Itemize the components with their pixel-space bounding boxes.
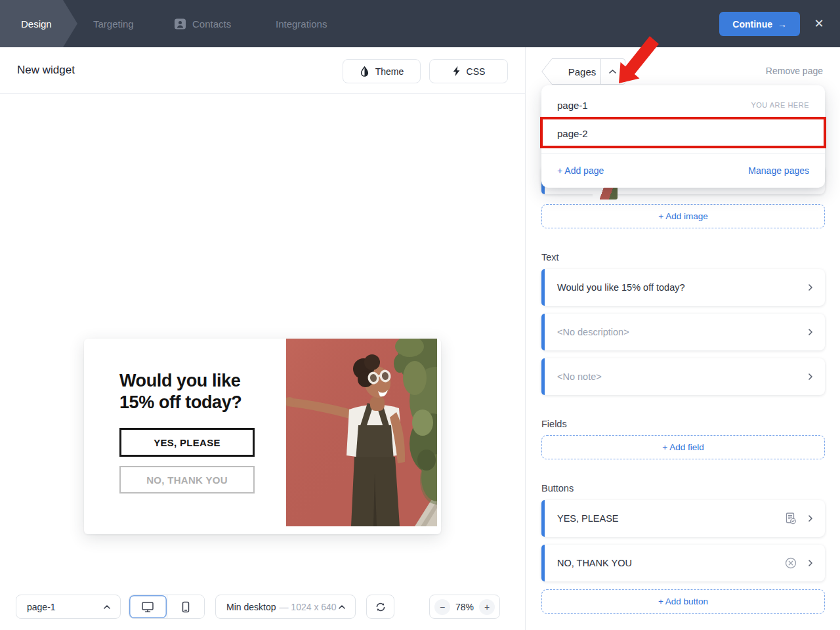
design-header: New widget Theme CSS bbox=[0, 47, 525, 94]
mobile-icon bbox=[182, 601, 190, 613]
card-accent-bar bbox=[541, 545, 545, 581]
page-title: New widget bbox=[17, 64, 75, 77]
tab-design-label: Design bbox=[21, 18, 52, 30]
button-element-value: YES, PLEASE bbox=[557, 513, 619, 524]
chevron-up-icon bbox=[103, 604, 111, 610]
refresh-preview-button[interactable] bbox=[366, 595, 394, 619]
widget-no-button[interactable]: NO, THANK YOU bbox=[119, 466, 255, 494]
add-button-button[interactable]: + Add button bbox=[541, 589, 825, 614]
card-accent-bar bbox=[541, 314, 545, 350]
close-action-icon bbox=[784, 556, 797, 570]
chevron-up-icon bbox=[338, 604, 346, 610]
preview-canvas: Would you like 15% off today? YES, PLEAS… bbox=[0, 94, 525, 630]
submit-form-icon bbox=[784, 512, 797, 525]
dropdown-item-page-2[interactable]: page-2 bbox=[541, 119, 825, 147]
dropdown-item-page-1[interactable]: page-1 YOU ARE HERE bbox=[541, 92, 825, 118]
chevron-right-icon bbox=[808, 373, 813, 381]
widget-heading: Would you like 15% off today? bbox=[119, 370, 260, 413]
add-image-button[interactable]: + Add image bbox=[541, 204, 825, 228]
css-button[interactable]: CSS bbox=[429, 59, 508, 83]
chevron-right-icon bbox=[808, 514, 813, 522]
fields-section-label: Fields bbox=[541, 419, 567, 429]
continue-button[interactable]: Continue → bbox=[719, 12, 800, 36]
top-navigation-bar: Design Targeting Contacts Integrations C… bbox=[0, 0, 840, 47]
text-element-value: Would you like 15% off today? bbox=[557, 282, 685, 293]
page-1-label: page-1 bbox=[557, 100, 588, 111]
remove-page-button[interactable]: Remove page bbox=[766, 66, 823, 76]
contact-card-icon bbox=[174, 18, 186, 30]
desktop-toggle-button[interactable] bbox=[129, 595, 167, 618]
card-accent-bar bbox=[541, 358, 545, 395]
tab-contacts[interactable]: Contacts bbox=[174, 0, 231, 47]
widget-preview-card: Would you like 15% off today? YES, PLEAS… bbox=[84, 339, 441, 534]
continue-label: Continue bbox=[732, 19, 772, 30]
zoom-control: − 78% + bbox=[429, 595, 500, 619]
chevron-up-icon[interactable] bbox=[600, 58, 625, 85]
zoom-in-button[interactable]: + bbox=[479, 599, 495, 615]
dropdown-footer: + Add page Manage pages bbox=[541, 154, 825, 188]
pages-dropdown-button[interactable]: Pages bbox=[541, 58, 625, 85]
tab-targeting[interactable]: Targeting bbox=[93, 0, 134, 47]
lightning-icon bbox=[452, 66, 461, 77]
arrow-right-icon: → bbox=[778, 19, 787, 30]
manage-pages-button[interactable]: Manage pages bbox=[748, 165, 809, 176]
card-accent-bar bbox=[541, 500, 545, 537]
refresh-icon bbox=[375, 601, 387, 613]
widget-yes-button[interactable]: YES, PLEASE bbox=[119, 428, 255, 457]
buttons-section-label: Buttons bbox=[541, 483, 574, 494]
page-2-label: page-2 bbox=[557, 128, 588, 139]
zoom-out-button[interactable]: − bbox=[434, 599, 450, 615]
chevron-right-icon bbox=[808, 559, 813, 567]
button-element-yes[interactable]: YES, PLEASE bbox=[541, 500, 825, 537]
text-section-label: Text bbox=[541, 252, 559, 262]
tab-integrations-label: Integrations bbox=[276, 18, 327, 30]
tab-contacts-label: Contacts bbox=[192, 18, 231, 30]
text-element-description[interactable]: <No description> bbox=[541, 314, 825, 350]
screen-size-name: Min desktop bbox=[226, 602, 276, 612]
theme-button[interactable]: Theme bbox=[343, 59, 421, 83]
widget-photo bbox=[286, 339, 437, 526]
add-field-button[interactable]: + Add field bbox=[541, 435, 825, 459]
theme-label: Theme bbox=[375, 66, 404, 77]
text-element-value: <No description> bbox=[557, 327, 629, 337]
you-are-here-badge: YOU ARE HERE bbox=[751, 101, 809, 109]
card-accent-bar bbox=[541, 269, 545, 306]
pages-dropdown-panel: page-1 YOU ARE HERE page-2 + Add page Ma… bbox=[541, 85, 825, 188]
mobile-toggle-button[interactable] bbox=[167, 595, 204, 618]
button-element-no[interactable]: NO, THANK YOU bbox=[541, 545, 825, 581]
desktop-icon bbox=[141, 601, 154, 613]
bottom-page-select-value: page-1 bbox=[27, 602, 56, 612]
add-page-button[interactable]: + Add page bbox=[557, 165, 604, 176]
button-element-value: NO, THANK YOU bbox=[557, 558, 632, 568]
chevron-right-icon bbox=[808, 328, 813, 336]
tab-integrations[interactable]: Integrations bbox=[276, 0, 327, 47]
widget-builder-app: Design Targeting Contacts Integrations C… bbox=[0, 0, 840, 630]
bottom-page-select[interactable]: page-1 bbox=[16, 595, 121, 619]
tab-targeting-label: Targeting bbox=[93, 18, 134, 30]
text-element-note[interactable]: <No note> bbox=[541, 358, 825, 395]
element-sidebar: Pages Remove page page-1 YOU ARE HERE pa… bbox=[525, 47, 840, 630]
chevron-right-icon bbox=[808, 284, 813, 291]
screen-size-dimensions: — 1024 x 640 bbox=[279, 602, 336, 612]
pages-label: Pages bbox=[564, 58, 600, 85]
zoom-level-value: 78% bbox=[455, 602, 474, 612]
text-element-value: <No note> bbox=[557, 371, 602, 382]
css-label: CSS bbox=[467, 66, 486, 77]
text-element-title[interactable]: Would you like 15% off today? bbox=[541, 269, 825, 306]
screen-size-select[interactable]: Min desktop — 1024 x 640 bbox=[215, 595, 356, 619]
close-icon[interactable]: ✕ bbox=[808, 13, 830, 34]
device-toggle-group bbox=[129, 595, 205, 619]
tab-design[interactable]: Design bbox=[0, 0, 77, 47]
droplet-icon bbox=[360, 66, 369, 77]
